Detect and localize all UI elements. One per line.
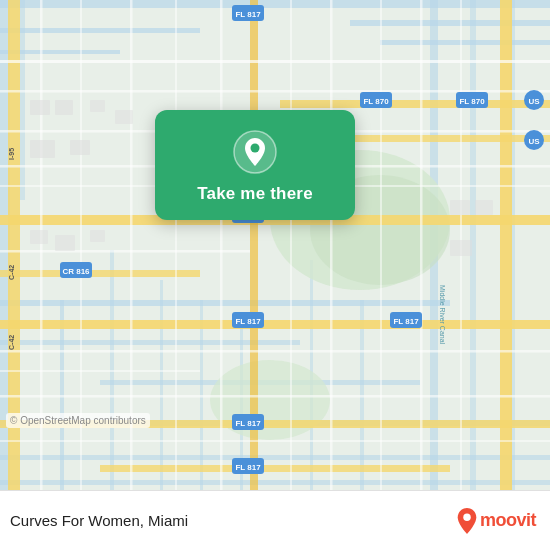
svg-text:FL 817: FL 817: [235, 10, 261, 19]
svg-rect-46: [0, 440, 550, 442]
svg-rect-91: [90, 230, 105, 242]
svg-rect-16: [0, 480, 550, 485]
svg-text:FL 817: FL 817: [235, 317, 261, 326]
svg-rect-43: [0, 350, 550, 353]
svg-point-97: [463, 513, 470, 520]
svg-point-96: [251, 144, 260, 153]
moovit-logo[interactable]: moovit: [456, 508, 536, 534]
svg-rect-94: [450, 240, 472, 256]
svg-text:Middle River Canal: Middle River Canal: [439, 285, 446, 345]
svg-text:FL 870: FL 870: [459, 97, 485, 106]
svg-rect-92: [450, 200, 470, 215]
business-name: Curves For Women, Miami: [10, 512, 188, 529]
svg-rect-52: [290, 0, 292, 490]
svg-text:US: US: [528, 137, 540, 146]
svg-rect-87: [90, 100, 105, 112]
svg-rect-11: [0, 300, 450, 306]
svg-rect-45: [0, 395, 550, 398]
bottom-bar: Curves For Women, Miami moovit: [0, 490, 550, 550]
svg-text:US: US: [528, 97, 540, 106]
svg-rect-33: [500, 0, 512, 490]
svg-rect-28: [0, 320, 550, 329]
svg-rect-84: [55, 100, 73, 115]
location-pin-icon: [233, 130, 277, 174]
svg-rect-90: [55, 235, 75, 251]
svg-text:FL 817: FL 817: [393, 317, 419, 326]
svg-rect-54: [380, 0, 382, 490]
svg-text:FL 817: FL 817: [235, 463, 261, 472]
svg-text:FL 870: FL 870: [363, 97, 389, 106]
svg-text:C-42: C-42: [8, 265, 15, 280]
svg-rect-89: [30, 230, 48, 244]
svg-rect-42: [0, 250, 250, 253]
svg-rect-55: [420, 0, 423, 490]
business-info: Curves For Women, Miami: [10, 512, 188, 529]
svg-rect-85: [30, 140, 55, 158]
svg-rect-1: [0, 0, 550, 8]
copyright-text: © OpenStreetMap contributors: [6, 413, 150, 428]
svg-text:C-42: C-42: [8, 335, 15, 350]
svg-text:FL 817: FL 817: [235, 419, 261, 428]
svg-rect-86: [70, 140, 90, 155]
cta-label: Take me there: [197, 184, 313, 204]
svg-rect-2: [0, 28, 200, 33]
moovit-text: moovit: [480, 510, 536, 531]
svg-rect-37: [0, 60, 550, 63]
svg-rect-19: [160, 280, 163, 490]
svg-rect-50: [175, 0, 177, 490]
svg-rect-93: [475, 200, 493, 215]
svg-rect-44: [0, 370, 200, 372]
svg-rect-36: [0, 270, 200, 277]
cta-card[interactable]: Take me there: [155, 110, 355, 220]
svg-rect-5: [380, 40, 550, 45]
moovit-pin-icon: [456, 508, 478, 534]
svg-text:I-95: I-95: [8, 148, 15, 160]
svg-rect-83: [30, 100, 50, 115]
svg-text:CR 816: CR 816: [62, 267, 90, 276]
svg-rect-7: [20, 0, 25, 200]
svg-rect-30: [100, 465, 450, 472]
svg-rect-53: [330, 0, 333, 490]
svg-rect-15: [0, 455, 550, 460]
svg-rect-88: [115, 110, 133, 124]
svg-rect-51: [220, 0, 223, 490]
map-container: FL 817 FL 817 FL 817 FL 817 FL 817 FL 81…: [0, 0, 550, 490]
